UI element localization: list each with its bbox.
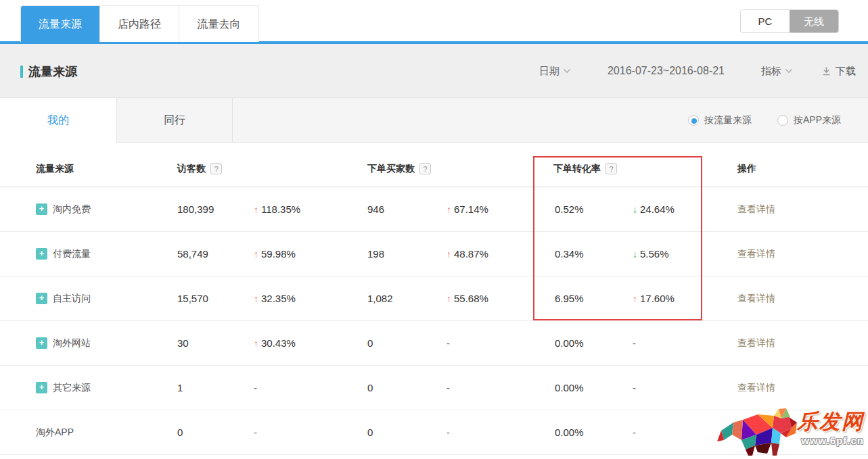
change-value: 55.68% xyxy=(454,293,488,304)
metrics-dropdown[interactable]: 指标 xyxy=(761,65,793,78)
buyers-count: 0 xyxy=(359,382,440,393)
col-header-buyers: 下单买家数? xyxy=(359,163,440,175)
down-arrow-icon: ↓ xyxy=(633,249,637,260)
metrics-dropdown-label: 指标 xyxy=(761,65,781,78)
conversion-change: ↓5.56% xyxy=(626,248,717,260)
no-change-dash: - xyxy=(254,427,257,438)
up-arrow-icon: ↑ xyxy=(254,338,258,349)
chevron-down-icon xyxy=(563,68,571,74)
date-range[interactable]: 2016-07-23~2016-08-21 xyxy=(608,65,725,77)
radio-by-traffic-source[interactable]: 按流量来源 xyxy=(688,114,752,126)
download-button[interactable]: 下载 xyxy=(821,65,856,78)
up-arrow-icon: ↑ xyxy=(447,249,451,260)
view-details-link[interactable]: 查看详情 xyxy=(737,293,775,304)
conversion-rate: 0.00% xyxy=(541,427,626,438)
view-details-link[interactable]: 查看详情 xyxy=(737,337,775,348)
tab-store-path[interactable]: 店内路径 xyxy=(100,6,179,42)
buyers-count: 1,082 xyxy=(359,293,440,304)
no-change-dash: - xyxy=(633,427,636,438)
visitors-change: - xyxy=(250,427,359,438)
col-header-source: 流量来源 xyxy=(0,163,169,175)
tab-traffic-destination[interactable]: 流量去向 xyxy=(179,6,258,42)
no-change-dash: - xyxy=(633,382,636,393)
up-arrow-icon: ↑ xyxy=(447,204,451,215)
up-arrow-icon: ↑ xyxy=(447,293,451,304)
view-details-link[interactable]: 查看详情 xyxy=(737,203,775,214)
title-accent-bar xyxy=(20,66,23,78)
traffic-source-name: 自主访问 xyxy=(53,293,91,305)
help-icon[interactable]: ? xyxy=(606,163,617,174)
conversion-rate: 0.34% xyxy=(541,248,626,260)
change-value: 118.35% xyxy=(261,203,300,215)
no-change-dash: - xyxy=(447,427,450,438)
table-row: +其它来源1-0-0.00%-查看详情 xyxy=(0,366,868,410)
radio-by-app-source[interactable]: 按APP来源 xyxy=(777,114,841,126)
expand-icon[interactable]: + xyxy=(36,248,47,260)
date-dropdown[interactable]: 日期 xyxy=(539,65,571,78)
wireless-button[interactable]: 无线 xyxy=(790,10,838,32)
visitors-count: 30 xyxy=(169,337,250,349)
traffic-source-name: 付费流量 xyxy=(53,248,91,260)
change-value: 24.64% xyxy=(640,203,675,215)
help-icon[interactable]: ? xyxy=(419,163,431,174)
pc-button[interactable]: PC xyxy=(741,10,790,32)
radio-label: 按流量来源 xyxy=(704,114,752,126)
table-header: 流量来源 访客数? 下单买家数? 下单转化率? 操作 xyxy=(0,143,868,187)
expand-icon[interactable]: + xyxy=(36,293,47,304)
traffic-source-name: 淘内免费 xyxy=(53,203,91,216)
view-details-link[interactable]: 查看详情 xyxy=(737,248,775,259)
up-arrow-icon: ↑ xyxy=(254,204,258,215)
visitors-change: ↑59.98% xyxy=(250,248,359,260)
change-value: 30.43% xyxy=(261,337,296,349)
col-header-visitors: 访客数? xyxy=(169,163,250,175)
buyers-count: 0 xyxy=(359,337,440,349)
up-arrow-icon: ↑ xyxy=(633,293,637,304)
buyers-change: ↑67.14% xyxy=(440,203,541,215)
expand-icon[interactable]: + xyxy=(36,337,47,349)
conversion-change: ↓24.64% xyxy=(626,203,717,215)
conversion-rate: 0.52% xyxy=(541,203,626,215)
visitors-change: - xyxy=(250,382,359,393)
date-dropdown-label: 日期 xyxy=(539,65,559,78)
table-row: +淘内免费180,399↑118.35%946↑67.14%0.52%↓24.6… xyxy=(0,187,868,232)
tab-traffic-source[interactable]: 流量来源 xyxy=(21,6,100,42)
bull-logo-icon xyxy=(716,408,804,456)
section-header: 流量来源 日期 2016-07-23~2016-08-21 指标 下载 xyxy=(0,44,868,98)
buyers-change: - xyxy=(440,337,541,349)
traffic-analytics-page: 流量来源 店内路径 流量去向 PC 无线 流量来源 日期 2016-07-23~… xyxy=(0,0,868,459)
device-toggle: PC 无线 xyxy=(740,9,839,33)
help-icon[interactable]: ? xyxy=(210,163,222,174)
table-row: +淘外网站30↑30.43%0-0.00%-查看详情 xyxy=(0,321,868,366)
tab-peers[interactable]: 同行 xyxy=(116,98,233,143)
conversion-change: - xyxy=(626,427,717,438)
buyers-change: - xyxy=(440,382,541,393)
buyers-count: 946 xyxy=(359,203,440,215)
table-row: +付费流量58,749↑59.98%198↑48.87%0.34%↓5.56%查… xyxy=(0,232,868,276)
visitors-change: ↑32.35% xyxy=(250,293,359,304)
radio-group: 按流量来源 按APP来源 xyxy=(688,98,841,143)
conversion-rate: 0.00% xyxy=(541,337,626,349)
page-title: 流量来源 xyxy=(28,64,77,80)
conversion-change: - xyxy=(626,337,717,349)
conversion-rate: 0.00% xyxy=(541,382,626,393)
watermark-site-url: www.6pf.cn xyxy=(797,435,864,446)
change-value: 59.98% xyxy=(261,248,296,260)
buyers-count: 198 xyxy=(359,248,440,260)
table-row: +自主访问15,570↑32.35%1,082↑55.68%6.95%↑17.6… xyxy=(0,276,868,321)
visitors-change: ↑30.43% xyxy=(250,337,359,349)
download-label: 下载 xyxy=(836,65,856,78)
view-details-link[interactable]: 查看详情 xyxy=(737,382,775,393)
buyers-count: 0 xyxy=(359,427,440,438)
visitors-change: ↑118.35% xyxy=(250,203,359,215)
change-value: 32.35% xyxy=(261,293,296,304)
view-tab-bar: 我的 同行 按流量来源 按APP来源 xyxy=(0,98,868,143)
col-header-action: 操作 xyxy=(717,163,868,175)
download-icon xyxy=(821,66,831,76)
tab-mine[interactable]: 我的 xyxy=(0,98,116,143)
visitors-count: 0 xyxy=(169,427,250,438)
expand-icon[interactable]: + xyxy=(36,203,47,215)
radio-selected-icon xyxy=(688,115,699,126)
expand-icon[interactable]: + xyxy=(36,382,47,393)
visitors-count: 1 xyxy=(169,382,250,393)
title-wrap: 流量来源 xyxy=(20,64,77,80)
